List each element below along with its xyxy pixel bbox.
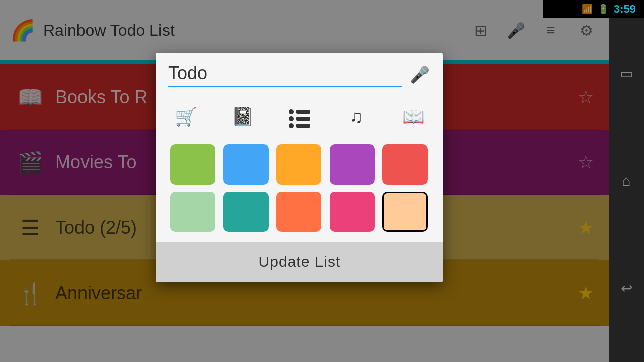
voice-input-button[interactable]: 🎤 xyxy=(409,64,431,86)
svg-rect-5 xyxy=(296,124,310,128)
nav-sidebar: ▭ ⌂ ↩ xyxy=(609,0,644,362)
input-row: 🎤 xyxy=(168,63,431,87)
notepad-icon-choice[interactable]: 📓 xyxy=(225,99,260,134)
status-time: 3:59 xyxy=(614,3,636,16)
app-background: 🌈 Rainbow Todo List ⊞ 🎤 ≡ ⚙ 📖 Books To R… xyxy=(0,0,609,362)
svg-point-0 xyxy=(289,109,294,114)
book-icon-choice[interactable]: 📖 xyxy=(395,99,431,134)
color-amber[interactable] xyxy=(276,144,321,185)
rectangle-icon[interactable]: ▭ xyxy=(614,61,639,86)
color-light-green[interactable] xyxy=(170,192,215,232)
color-selector xyxy=(168,144,431,232)
dialog-content: 🎤 🛒 📓 ♫ 📖 xyxy=(156,53,443,232)
color-orange[interactable] xyxy=(276,192,321,232)
color-purple[interactable] xyxy=(330,144,375,185)
color-peach[interactable] xyxy=(382,192,428,232)
todo-name-input[interactable] xyxy=(168,63,403,84)
svg-rect-1 xyxy=(296,110,310,114)
color-teal[interactable] xyxy=(223,192,269,232)
update-list-button[interactable]: Update List xyxy=(156,242,443,282)
cart-icon-choice[interactable]: 🛒 xyxy=(168,99,203,134)
color-pink[interactable] xyxy=(330,192,375,232)
color-red[interactable] xyxy=(382,144,428,185)
svg-rect-3 xyxy=(296,117,310,121)
icon-selector: 🛒 📓 ♫ 📖 xyxy=(168,99,431,134)
list-icon-choice[interactable] xyxy=(282,99,317,134)
edit-list-dialog: 🎤 🛒 📓 ♫ 📖 xyxy=(156,53,443,282)
back-icon[interactable]: ↩ xyxy=(614,276,639,301)
music-icon-choice[interactable]: ♫ xyxy=(339,99,374,134)
svg-point-2 xyxy=(289,116,294,121)
home-icon[interactable]: ⌂ xyxy=(614,168,639,194)
input-wrapper xyxy=(168,63,403,87)
svg-point-4 xyxy=(289,123,294,128)
color-lime[interactable] xyxy=(170,144,215,185)
color-sky-blue[interactable] xyxy=(223,144,269,185)
